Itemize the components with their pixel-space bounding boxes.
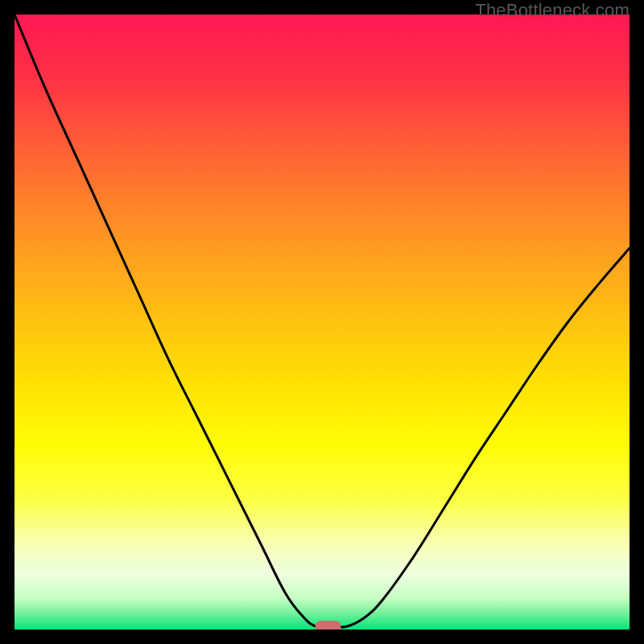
- chart-frame: TheBottleneck.com: [0, 0, 644, 644]
- minimum-marker: [316, 621, 341, 630]
- gradient-background: [14, 14, 630, 630]
- plot-area: [14, 14, 630, 630]
- watermark-text: TheBottleneck.com: [475, 0, 630, 21]
- bottleneck-chart: [14, 14, 630, 630]
